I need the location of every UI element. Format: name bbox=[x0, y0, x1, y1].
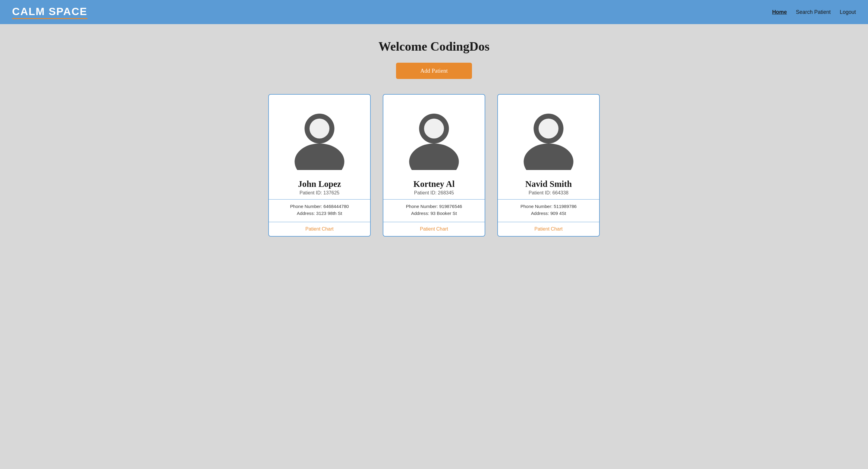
avatar-section bbox=[498, 95, 599, 176]
patient-cards-grid: John Lopez Patient ID: 137625 Phone Numb… bbox=[223, 94, 645, 237]
patient-card: Navid Smith Patient ID: 664338 Phone Num… bbox=[497, 94, 600, 237]
avatar-section bbox=[269, 95, 370, 176]
avatar-icon bbox=[401, 104, 467, 170]
patient-id: Patient ID: 137625 bbox=[300, 190, 340, 196]
svg-point-11 bbox=[542, 119, 555, 133]
patient-card: Kortney Al Patient ID: 268345 Phone Numb… bbox=[383, 94, 485, 237]
avatar-icon bbox=[286, 104, 352, 170]
nav-home[interactable]: Home bbox=[772, 9, 787, 15]
patient-chart-link[interactable]: Patient Chart bbox=[415, 222, 452, 236]
patient-phone: Phone Number: 919876546 bbox=[390, 204, 478, 209]
patient-phone: Phone Number: 511989786 bbox=[504, 204, 593, 209]
card-details: Phone Number: 6468444780 Address: 3123 9… bbox=[269, 199, 370, 222]
add-patient-button[interactable]: Add Patient bbox=[396, 63, 472, 79]
patient-id: Patient ID: 664338 bbox=[529, 190, 569, 196]
card-details: Phone Number: 511989786 Address: 909 4St bbox=[498, 199, 599, 222]
nav-logout[interactable]: Logout bbox=[840, 9, 856, 15]
patient-id: Patient ID: 268345 bbox=[414, 190, 454, 196]
patient-name: Kortney Al bbox=[407, 176, 461, 190]
patient-name: John Lopez bbox=[292, 176, 347, 190]
patient-address: Address: 3123 98th St bbox=[275, 211, 364, 216]
card-details: Phone Number: 919876546 Address: 93 Book… bbox=[383, 199, 485, 222]
nav-links: Home Search Patient Logout bbox=[772, 9, 856, 15]
svg-point-9 bbox=[524, 144, 574, 170]
welcome-title: Welcome CodingDos bbox=[378, 39, 490, 54]
patient-phone: Phone Number: 6468444780 bbox=[275, 204, 364, 209]
avatar-section bbox=[383, 95, 485, 176]
svg-point-1 bbox=[295, 144, 344, 170]
patient-card: John Lopez Patient ID: 137625 Phone Numb… bbox=[268, 94, 371, 237]
svg-point-5 bbox=[409, 144, 459, 170]
main-content: Welcome CodingDos Add Patient John Lopez… bbox=[0, 24, 868, 255]
patient-address: Address: 909 4St bbox=[504, 211, 593, 216]
patient-address: Address: 93 Booker St bbox=[390, 211, 478, 216]
avatar-icon bbox=[516, 104, 582, 170]
navbar: CALM SPACE Home Search Patient Logout bbox=[0, 0, 868, 24]
nav-search-patient[interactable]: Search Patient bbox=[796, 9, 831, 15]
patient-name: Navid Smith bbox=[519, 176, 578, 190]
brand-logo: CALM SPACE bbox=[12, 5, 87, 19]
patient-chart-link[interactable]: Patient Chart bbox=[301, 222, 338, 236]
patient-chart-link[interactable]: Patient Chart bbox=[530, 222, 567, 236]
svg-point-7 bbox=[427, 119, 441, 133]
svg-point-3 bbox=[313, 119, 326, 133]
